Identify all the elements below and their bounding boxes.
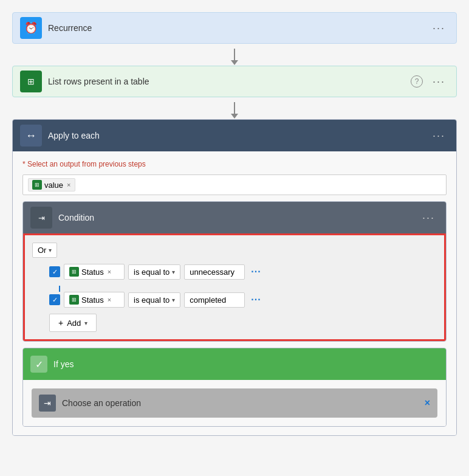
list-rows-ellipsis-button[interactable]: ··· (429, 73, 449, 91)
value-chip-container[interactable]: ⊞ value × (22, 174, 447, 195)
if-yes-block: ✓ If yes ⇥ Choose an operation × (22, 348, 447, 427)
or-chevron-icon: ▾ (49, 247, 52, 254)
or-row: Or ▾ (32, 243, 437, 258)
check-icon-2: ✓ (52, 296, 58, 304)
flow-container: ⏰ Recurrence ··· ⊞ List rows present in … (12, 12, 457, 436)
value-text-1: unnecessary (190, 267, 235, 277)
condition-header: ⇥ Condition ··· (23, 202, 446, 233)
apply-ellipsis-button[interactable]: ··· (429, 127, 449, 145)
if-yes-title: If yes (53, 359, 439, 369)
condition-field-1[interactable]: ⊞ Status × (64, 264, 125, 280)
operator-label-2: is equal to (134, 295, 169, 305)
condition-title: Condition (58, 213, 419, 222)
list-rows-help-icon[interactable]: ? (411, 75, 423, 88)
operator-chevron-1: ▾ (172, 269, 175, 275)
condition-icon: ⇥ (30, 207, 52, 229)
apply-header: ↔ Apply to each ··· (13, 120, 456, 151)
field-chip-icon-2: ⊞ (69, 295, 79, 305)
apply-icon: ↔ (20, 125, 42, 147)
apply-to-each-block: ↔ Apply to each ··· * Select an output f… (12, 119, 457, 436)
v-line (59, 286, 60, 292)
recurrence-actions: ··· (429, 19, 449, 37)
if-yes-check-icon: ✓ (30, 356, 47, 373)
operator-chevron-2: ▾ (172, 297, 175, 303)
condition-operator-1[interactable]: is equal to ▾ (128, 264, 180, 280)
if-yes-header: ✓ If yes (23, 348, 446, 380)
recurrence-ellipsis-button[interactable]: ··· (429, 19, 449, 37)
condition-row-1: ✓ ⊞ Status × is equal to ▾ unnecessary (49, 264, 437, 280)
arrow-down-1 (234, 49, 235, 61)
condition-more-btn-1[interactable]: ··· (248, 265, 263, 278)
list-rows-title: List rows present in a table (48, 77, 411, 86)
list-rows-actions: ? ··· (411, 73, 449, 91)
condition-ellipsis-button[interactable]: ··· (419, 209, 439, 227)
condition-field-2[interactable]: ⊞ Status × (64, 292, 125, 308)
condition-value-2[interactable]: completed (184, 292, 245, 308)
field-chip-icon-1: ⊞ (69, 267, 79, 277)
recurrence-icon: ⏰ (20, 17, 42, 39)
add-plus-icon: + (58, 318, 63, 328)
value-chip: ⊞ value × (28, 178, 75, 191)
chip-icon: ⊞ (32, 180, 42, 190)
list-rows-step: ⊞ List rows present in a table ? ··· (12, 66, 457, 97)
condition-checkbox-2[interactable]: ✓ (49, 294, 60, 305)
condition-block: ⇥ Condition ··· Or ▾ ✓ (22, 201, 447, 342)
chip-close-button[interactable]: × (67, 181, 70, 188)
condition-body: Or ▾ ✓ ⊞ Status × (23, 233, 446, 341)
or-dropdown[interactable]: Or ▾ (32, 243, 57, 258)
add-chevron-icon: ▾ (84, 320, 87, 326)
choose-op-title: Choose an operation (62, 398, 425, 408)
arrow-2 (12, 97, 457, 119)
condition-value-1[interactable]: unnecessary (184, 264, 245, 280)
check-icon-1: ✓ (52, 268, 58, 276)
add-label: Add (67, 319, 81, 328)
apply-title: Apply to each (48, 131, 429, 140)
choose-op-close-button[interactable]: × (425, 398, 430, 409)
add-condition-button[interactable]: + Add ▾ (49, 314, 97, 332)
arrow-down-2 (234, 102, 235, 114)
choose-operation-card: ⇥ Choose an operation × (32, 388, 437, 418)
choose-op-icon: ⇥ (39, 395, 56, 412)
field-label-2: Status (81, 295, 104, 305)
if-yes-body: ⇥ Choose an operation × (23, 380, 446, 426)
select-output-label: * Select an output from previous steps (22, 160, 447, 168)
recurrence-title: Recurrence (48, 23, 429, 33)
value-text-2: completed (190, 295, 226, 305)
field-close-2[interactable]: × (108, 296, 111, 303)
field-label-1: Status (81, 267, 104, 277)
apply-body: * Select an output from previous steps ⊞… (13, 151, 456, 435)
condition-checkbox-1[interactable]: ✓ (49, 266, 60, 277)
condition-row-2: ✓ ⊞ Status × is equal to ▾ completed (49, 292, 437, 308)
recurrence-step: ⏰ Recurrence ··· (12, 12, 457, 44)
v-line-container (59, 286, 437, 292)
field-close-1[interactable]: × (108, 268, 111, 275)
chip-value: value (44, 181, 63, 190)
or-label: Or (38, 246, 46, 255)
arrow-1 (12, 44, 457, 66)
condition-operator-2[interactable]: is equal to ▾ (128, 292, 180, 308)
condition-more-btn-2[interactable]: ··· (248, 293, 263, 306)
list-rows-icon: ⊞ (20, 71, 42, 92)
operator-label-1: is equal to (134, 267, 169, 277)
